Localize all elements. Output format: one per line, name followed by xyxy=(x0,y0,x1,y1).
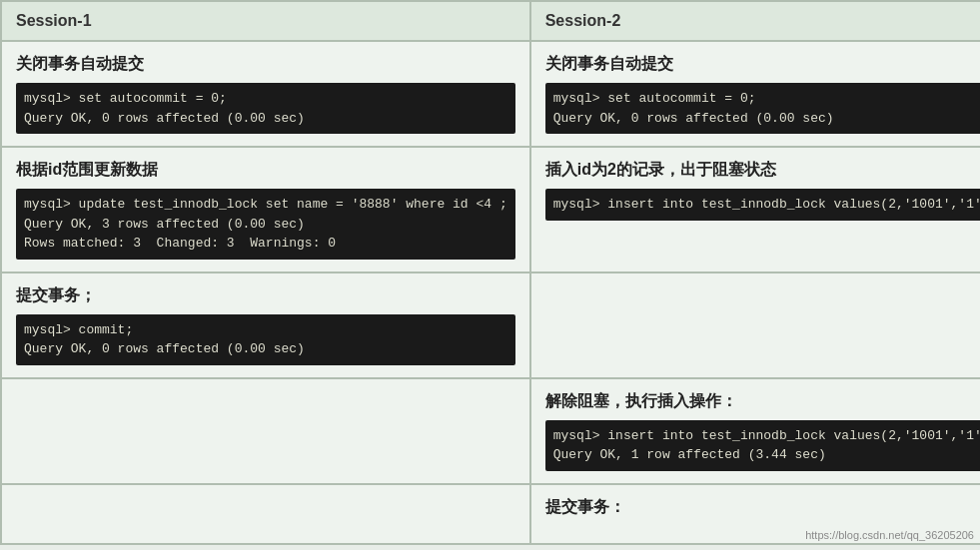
code-row0-left: mysql> set autocommit = 0; Query OK, 0 r… xyxy=(16,83,515,134)
code-row2-left: mysql> commit; Query OK, 0 rows affected… xyxy=(16,314,515,365)
cell-title-row4-right: 提交事务： xyxy=(545,497,980,518)
cell-title-row0-right: 关闭事务自动提交 xyxy=(545,54,980,75)
code-row0-right: mysql> set autocommit = 0; Query OK, 0 r… xyxy=(545,83,980,134)
cell-row1-right: 插入id为2的记录，出于阻塞状态 mysql> insert into test… xyxy=(530,147,980,273)
cell-row3-left xyxy=(1,378,530,484)
cell-row3-right: 解除阻塞，执行插入操作： mysql> insert into test_inn… xyxy=(530,378,980,484)
code-row1-left: mysql> update test_innodb_lock set name … xyxy=(16,189,515,260)
cell-title-row2-left: 提交事务； xyxy=(16,285,515,306)
cell-row2-left: 提交事务； mysql> commit; Query OK, 0 rows af… xyxy=(1,273,530,378)
cell-title-row1-right: 插入id为2的记录，出于阻塞状态 xyxy=(545,160,980,181)
cell-title-row3-right: 解除阻塞，执行插入操作： xyxy=(545,391,980,412)
cell-row0-right: 关闭事务自动提交 mysql> set autocommit = 0; Quer… xyxy=(530,41,980,147)
code-row1-right: mysql> insert into test_innodb_lock valu… xyxy=(545,189,980,221)
header-session2: Session-2 xyxy=(530,1,980,41)
cell-title-row0-left: 关闭事务自动提交 xyxy=(16,54,515,75)
cell-row0-left: 关闭事务自动提交 mysql> set autocommit = 0; Quer… xyxy=(1,41,530,147)
watermark: https://blog.csdn.net/qq_36205206 xyxy=(805,529,974,541)
header-session1: Session-1 xyxy=(1,1,530,41)
cell-row4-left xyxy=(1,484,530,544)
code-row3-right: mysql> insert into test_innodb_lock valu… xyxy=(545,420,980,471)
cell-row2-right xyxy=(530,273,980,378)
cell-row1-left: 根据id范围更新数据 mysql> update test_innodb_loc… xyxy=(1,147,530,273)
main-grid: Session-1 Session-2 关闭事务自动提交 mysql> set … xyxy=(0,0,980,545)
cell-title-row1-left: 根据id范围更新数据 xyxy=(16,160,515,181)
